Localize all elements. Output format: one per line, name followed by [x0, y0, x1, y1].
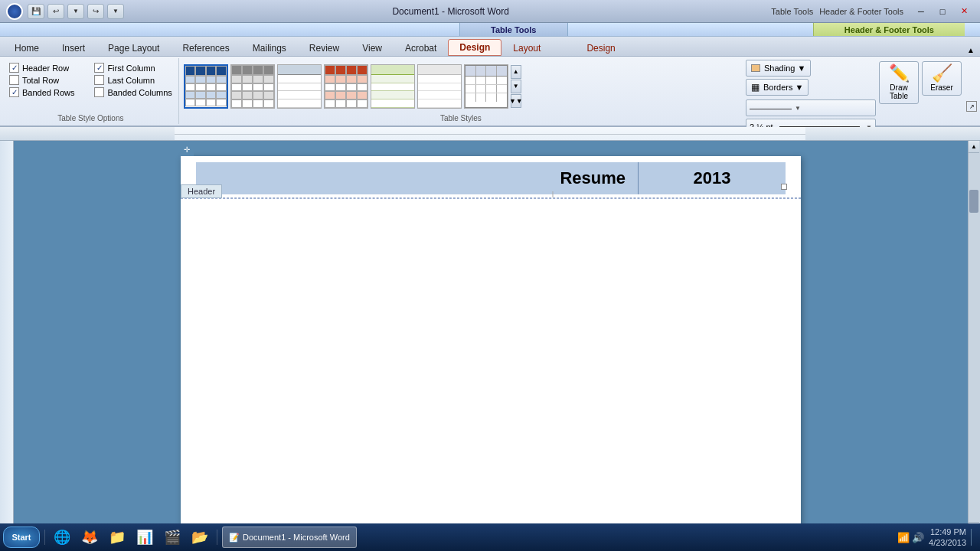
taskbar-app-word[interactable]: 📝 Document1 - Microsoft Word — [222, 527, 357, 548]
volume-icon: 🔊 — [912, 532, 924, 543]
maximize-button[interactable]: □ — [933, 4, 952, 19]
table-style-options-group: Header Row First Column Total Row Last C… — [3, 58, 179, 124]
total-row-checkbox[interactable] — [9, 75, 19, 85]
table-style-7[interactable] — [464, 64, 508, 109]
banded-columns-option[interactable]: Banded Columns — [94, 87, 172, 97]
ribbon-tabs-bar: Home Insert Page Layout References Maili… — [0, 37, 980, 57]
header-label-tab: Header — [181, 184, 222, 198]
clock[interactable]: 12:49 PM 4/23/2013 — [929, 527, 966, 549]
taskbar-icon-firefox[interactable]: 🦊 — [77, 527, 102, 548]
shading-button[interactable]: Shading ▼ — [746, 60, 811, 77]
resume-table: Resume 2013 — [196, 162, 786, 194]
tab-design-table[interactable]: Design — [448, 39, 501, 56]
banded-columns-checkbox[interactable] — [94, 87, 104, 97]
last-column-label: Last Column — [107, 76, 155, 85]
right-scrollbar[interactable]: ▲ ▼ — [968, 141, 980, 534]
line-style-value: ————— — [750, 103, 792, 112]
borders-arrow: ▼ — [795, 83, 804, 92]
taskbar-icon-media[interactable]: 🎬 — [160, 527, 185, 548]
table-tools-context: Table Tools — [459, 23, 568, 36]
table-row: Resume 2013 — [196, 162, 786, 194]
first-column-option[interactable]: First Column — [94, 63, 172, 73]
undo-button[interactable]: ↩ — [47, 4, 64, 19]
horizontal-ruler — [0, 127, 980, 141]
document-body[interactable] — [181, 199, 801, 490]
customize-btn[interactable]: ▼ — [107, 4, 124, 19]
draw-table-button[interactable]: ✏️ DrawTable — [879, 61, 919, 104]
table-resize-handle[interactable] — [781, 184, 787, 190]
tab-references[interactable]: References — [171, 39, 240, 56]
cell-year[interactable]: 2013 — [639, 162, 786, 194]
scroll-down-btn[interactable]: ▼ — [511, 80, 521, 93]
network-icon: 📶 — [897, 532, 910, 543]
tab-page-layout[interactable]: Page Layout — [96, 39, 171, 56]
total-row-label: Total Row — [22, 76, 59, 85]
tab-insert[interactable]: Insert — [51, 39, 96, 56]
tab-design-header[interactable]: Design — [575, 39, 626, 56]
tab-view[interactable]: View — [351, 39, 394, 56]
cell-resume[interactable]: Resume — [196, 162, 639, 194]
tab-acrobat[interactable]: Acrobat — [394, 39, 448, 56]
last-column-checkbox[interactable] — [94, 75, 104, 85]
context-label-bar: Table Tools Header & Footer Tools — [0, 23, 980, 37]
taskbar: Start 🌐 🦊 📁 📊 🎬 📂 📝 Document1 - Microsof… — [0, 523, 980, 551]
shading-arrow: ▼ — [797, 64, 805, 73]
first-column-checkbox[interactable] — [94, 63, 104, 73]
undo-dropdown[interactable]: ▼ — [67, 4, 84, 19]
tab-review[interactable]: Review — [298, 39, 351, 56]
scroll-more-btn[interactable]: ▼▼ — [511, 94, 521, 108]
taskbar-icon-excel[interactable]: 📊 — [132, 527, 157, 548]
ribbon: Header Row First Column Total Row Last C… — [0, 57, 980, 127]
header-row-option[interactable]: Header Row — [9, 63, 87, 73]
last-column-option[interactable]: Last Column — [94, 75, 172, 85]
table-styles-scroll[interactable]: ▲ ▼ ▼▼ — [511, 65, 521, 108]
table-style-2[interactable] — [230, 64, 275, 109]
ribbon-collapse-btn[interactable]: ▲ — [965, 44, 977, 56]
style-options-list: Header Row First Column Total Row Last C… — [8, 60, 174, 100]
table-move-handle[interactable]: ✛ — [180, 142, 194, 156]
taskbar-icon-chrome[interactable]: 🌐 — [50, 527, 74, 548]
line-style-dropdown[interactable]: ————— ▼ — [746, 99, 876, 116]
taskbar-icon-files[interactable]: 📁 — [105, 527, 129, 548]
redo-button[interactable]: ↪ — [87, 4, 104, 19]
save-button[interactable]: 💾 — [28, 4, 44, 19]
column-resize-line — [553, 191, 554, 197]
app-logo — [6, 3, 23, 20]
header-area: Resume 2013 Header — [181, 156, 801, 198]
expand-icon[interactable]: ↗ — [966, 101, 977, 112]
first-column-label: First Column — [107, 64, 155, 73]
draw-borders-expand[interactable]: ↗ — [966, 58, 977, 124]
taskbar-icon-folder[interactable]: 📂 — [188, 527, 212, 548]
minimize-button[interactable]: ─ — [911, 4, 931, 19]
banded-rows-checkbox[interactable] — [9, 87, 19, 97]
total-row-option[interactable]: Total Row — [9, 75, 87, 85]
scroll-area[interactable]: ✛ Resume 2013 — [14, 141, 968, 534]
start-button[interactable]: Start — [3, 527, 40, 548]
borders-label: Borders — [763, 83, 793, 92]
scroll-up-arrow[interactable]: ▲ — [969, 141, 979, 153]
table-style-3[interactable] — [277, 64, 322, 109]
header-row-checkbox[interactable] — [9, 63, 19, 73]
table-style-5[interactable] — [371, 64, 415, 109]
eraser-button[interactable]: 🧹 Eraser — [922, 61, 962, 96]
table-style-1[interactable] — [184, 64, 228, 109]
draw-borders-group: Shading ▼ ▦ Borders ▼ ————— — [743, 58, 965, 124]
borders-button[interactable]: ▦ Borders ▼ — [746, 79, 808, 96]
date-display: 4/23/2013 — [929, 537, 966, 548]
word-label: Document1 - Microsoft Word — [243, 533, 350, 542]
banded-rows-label: Banded Rows — [22, 88, 75, 97]
banded-rows-option[interactable]: Banded Rows — [9, 87, 87, 97]
table-tools-label: Table Tools — [771, 7, 813, 16]
eraser-label: Eraser — [930, 83, 952, 92]
scroll-track — [969, 153, 980, 522]
scroll-thumb[interactable] — [969, 190, 978, 213]
tab-mailings[interactable]: Mailings — [241, 39, 298, 56]
scroll-up-btn[interactable]: ▲ — [511, 65, 521, 79]
title-bar: 💾 ↩ ▼ ↪ ▼ Document1 - Microsoft Word Tab… — [0, 0, 980, 23]
tab-home[interactable]: Home — [3, 39, 51, 56]
table-style-6[interactable] — [417, 64, 462, 109]
table-style-4[interactable] — [324, 64, 368, 109]
show-desktop-btn[interactable] — [971, 529, 977, 546]
close-button[interactable]: ✕ — [954, 4, 974, 19]
tab-layout-table[interactable]: Layout — [501, 39, 552, 56]
